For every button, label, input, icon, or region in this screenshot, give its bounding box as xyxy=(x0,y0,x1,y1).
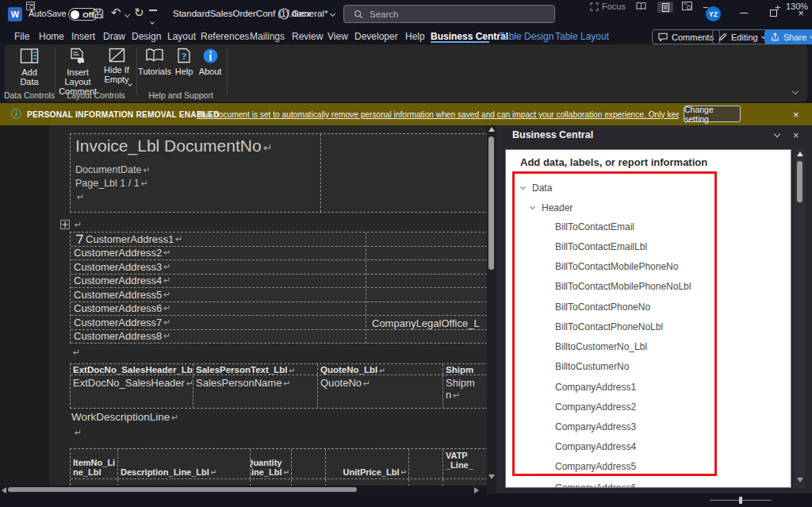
tree-item[interactable]: CompanyAddress3 xyxy=(555,421,636,432)
tree-item[interactable]: BillToContactMobilePhoneNo xyxy=(555,261,678,272)
tab-view[interactable]: View xyxy=(327,31,348,42)
tree-item[interactable]: CompanyAddress2 xyxy=(555,401,636,413)
items-header-cell[interactable]: VATP _Line_ xyxy=(443,449,487,478)
items-header-cell[interactable]: Description_Line_Lbl↵ xyxy=(118,449,251,478)
about-button[interactable]: About xyxy=(197,48,224,76)
horizontal-scrollbar[interactable] xyxy=(0,486,487,494)
vertical-scrollbar[interactable] xyxy=(487,125,496,494)
info-header-cell[interactable]: SalesPersonText_Lbl↵ xyxy=(193,364,318,374)
minimize-button[interactable] xyxy=(732,0,756,25)
zoom-in-button[interactable]: + xyxy=(775,2,781,13)
help-button[interactable]: ? Help xyxy=(172,48,196,76)
maximize-button[interactable] xyxy=(761,0,785,25)
info-header-cell[interactable]: Shipm xyxy=(443,364,487,374)
pane-close-icon[interactable]: × xyxy=(793,129,799,141)
scroll-down-icon[interactable] xyxy=(797,478,803,482)
tree-node-header[interactable]: Header xyxy=(530,202,573,213)
tutorials-button[interactable]: Tutorials xyxy=(137,48,172,76)
tab-references[interactable]: References xyxy=(201,31,249,42)
search-input[interactable]: Search xyxy=(343,5,555,23)
tab-home[interactable]: Home xyxy=(39,31,64,42)
page-label-field[interactable]: Page_Lbl 1 / 1↵ xyxy=(75,177,148,190)
address-row[interactable]: CustomerAddress3↵ xyxy=(71,260,487,275)
tree-item[interactable]: BillToContactPhoneNo xyxy=(555,302,650,313)
tab-design[interactable]: Design xyxy=(132,31,161,42)
tab-table-design[interactable]: Table Design xyxy=(499,31,553,42)
share-button[interactable]: Share xyxy=(764,29,812,44)
tree-item[interactable]: CompanyAddress1 xyxy=(555,382,636,393)
tree-item[interactable]: BillToContactMobilePhoneNoLbl xyxy=(555,281,691,292)
insert-layout-comment-button[interactable]: Insert Layout Comment xyxy=(54,48,102,96)
tab-developer[interactable]: Developer xyxy=(354,31,398,42)
document-date-field[interactable]: DocumentDate↵ xyxy=(75,163,151,177)
pane-scroll-thumb[interactable] xyxy=(797,161,802,202)
tree-item[interactable]: BillToContactPhoneNoLbl xyxy=(555,321,663,332)
address-row[interactable]: CustomerAddress5↵ xyxy=(71,288,487,302)
address-row[interactable]: CustomerAddress6↵ xyxy=(71,302,487,317)
doc-header-table[interactable]: Invoice_Lbl DocumentNo↵ DocumentDate↵ Pa… xyxy=(70,133,487,213)
tab-layout[interactable]: Layout xyxy=(167,31,196,42)
items-header-cell[interactable]: Quantity _Line_Lbl↵ xyxy=(251,449,292,478)
save-button[interactable] xyxy=(92,7,105,20)
info-header-cell[interactable]: QuoteNo_Lbl↵ xyxy=(318,364,443,374)
pane-scrollbar[interactable] xyxy=(795,149,805,488)
tab-draw[interactable]: Draw xyxy=(103,31,125,42)
info-value-cell[interactable]: SalesPersonName↵ xyxy=(193,375,318,409)
tree-item[interactable]: BillToContactEmail xyxy=(555,221,634,232)
tree-item[interactable]: CompanyAddress5 xyxy=(555,461,636,472)
sales-info-table[interactable]: ExtDocNo_SalesHeader_Lbl↵ SalesPersonTex… xyxy=(70,363,487,409)
items-header-cell[interactable]: UnitPrice_Lbl↵ xyxy=(326,449,409,478)
web-layout-button[interactable] xyxy=(682,2,692,10)
scroll-up-icon[interactable] xyxy=(797,152,803,156)
work-description-field[interactable]: WorkDescriptionLine↵ xyxy=(71,411,179,423)
info-value-cell[interactable]: Shipm n↵ xyxy=(443,375,487,409)
customize-quick-access-icon[interactable] xyxy=(149,10,157,27)
tree-item[interactable]: BilltoCustomerNo_Lbl xyxy=(555,341,647,352)
items-header-cell[interactable]: ItemNo_Li ne_Lbl↵ xyxy=(71,449,118,478)
customer-address-table[interactable]: CustomerAddress1↵ CustomerAddress2↵ Cust… xyxy=(70,232,487,344)
table-move-handle[interactable] xyxy=(60,220,70,229)
info-value-cell[interactable]: QuoteNo↵ xyxy=(318,375,443,409)
change-setting-button[interactable]: Change setting xyxy=(684,106,741,122)
macro-record-icon[interactable] xyxy=(26,2,35,10)
items-header-cell[interactable] xyxy=(409,449,443,478)
sensitivity-dropdown-icon[interactable] xyxy=(330,11,335,17)
sensitivity-shield-icon[interactable] xyxy=(279,8,289,20)
zoom-out-button[interactable]: − xyxy=(703,2,709,13)
sensitivity-label[interactable]: General* xyxy=(292,9,327,18)
add-data-button[interactable]: Add Data xyxy=(11,48,48,86)
zoom-slider-thumb[interactable] xyxy=(739,497,742,504)
info-value-cell[interactable]: ExtDocNo_SalesHeader↵ xyxy=(71,375,193,409)
comments-button[interactable]: Comments xyxy=(652,29,720,44)
info-header-cell[interactable]: ExtDocNo_SalesHeader_Lbl↵ xyxy=(71,364,193,374)
item-lines-table[interactable]: ItemNo_Li ne_Lbl↵ Description_Line_Lbl↵ … xyxy=(70,448,487,486)
tab-file[interactable]: File xyxy=(14,31,29,42)
undo-dropdown-icon[interactable] xyxy=(124,12,130,17)
tree-item[interactable]: BillToContactEmailLbl xyxy=(555,241,647,252)
tab-table-layout[interactable]: Table Layout xyxy=(555,31,609,42)
scroll-down-icon[interactable] xyxy=(488,474,495,479)
zoom-level[interactable]: 130% xyxy=(786,2,808,11)
company-legal-office-field[interactable]: CompanyLegalOffice_L xyxy=(372,317,480,329)
editing-mode-button[interactable]: Editing xyxy=(712,29,772,44)
read-mode-button[interactable] xyxy=(636,2,646,10)
scroll-left-icon[interactable] xyxy=(2,487,6,494)
invoice-title-field[interactable]: Invoice_Lbl DocumentNo↵ xyxy=(75,136,272,156)
tree-node-data[interactable]: Data xyxy=(521,182,552,194)
address-row[interactable]: CustomerAddress2↵ xyxy=(71,247,487,261)
items-header-cell[interactable] xyxy=(292,449,326,478)
tree-item[interactable]: CompanyAddress4 xyxy=(555,441,636,452)
vertical-scroll-thumb[interactable] xyxy=(488,136,494,270)
redo-button[interactable]: ↻ xyxy=(134,7,144,19)
tree-item[interactable]: CompanyAddress6 xyxy=(555,482,636,488)
address-row[interactable]: CustomerAddress1↵ xyxy=(71,232,487,247)
chevron-down-icon[interactable] xyxy=(530,204,535,209)
warning-close-icon[interactable]: × xyxy=(793,109,799,121)
print-layout-button[interactable] xyxy=(657,2,673,13)
horizontal-scroll-thumb[interactable] xyxy=(8,487,357,492)
tab-mailings[interactable]: Mailings xyxy=(250,31,285,42)
tab-review[interactable]: Review xyxy=(292,31,323,42)
chevron-down-icon[interactable] xyxy=(520,184,526,190)
undo-button[interactable]: ↶ xyxy=(111,7,121,19)
tab-help[interactable]: Help xyxy=(405,31,425,42)
